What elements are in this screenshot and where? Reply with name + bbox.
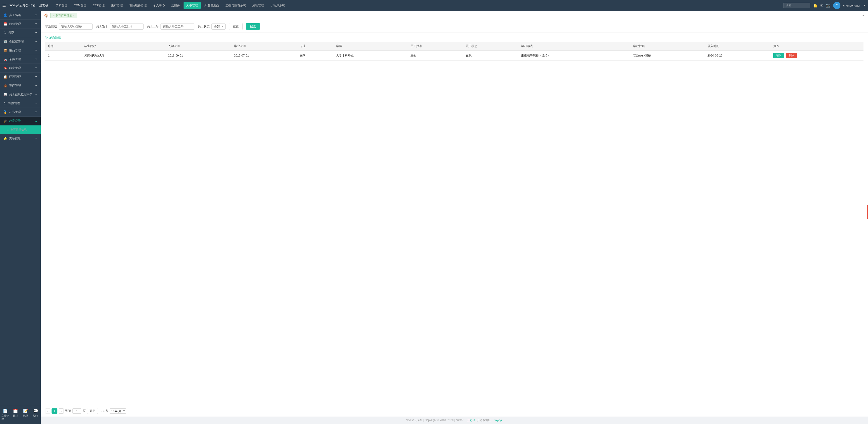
sidebar-bottom-calendar[interactable]: 📅 日程 [10, 407, 20, 422]
nav-monitor[interactable]: 监控与报表系统 [223, 2, 249, 9]
col-emp-name: 员工姓名 [408, 42, 463, 51]
license-icon: 📋 [3, 75, 7, 79]
username-label[interactable]: chendonggur [843, 4, 860, 7]
sidebar-label-attendance: 考勤 [8, 31, 14, 35]
nav-personal[interactable]: 个人中心 [150, 2, 167, 9]
nav-hr[interactable]: 人事管理 [184, 2, 201, 9]
sidebar-item-education-info[interactable]: ≡ 教育背景信息 [0, 125, 41, 134]
goto-page-input[interactable] [72, 408, 81, 414]
camera-icon[interactable]: 📷 [826, 3, 831, 8]
footer-skyeye-link[interactable]: skyeye [494, 419, 503, 422]
datadict-icon: 📖 [3, 93, 7, 96]
sidebar-item-vehicle[interactable]: 🚗 车辆管理 ▼ [0, 55, 41, 64]
sidebar-label-archive: 档案管理 [8, 101, 20, 105]
expand-icon[interactable]: ▼ [863, 4, 866, 7]
nav-workflow[interactable]: 流程管理 [250, 2, 267, 9]
sidebar-item-meeting[interactable]: 🏢 会议室管理 ▼ [0, 37, 41, 46]
arrow-icon-11: ▼ [35, 111, 37, 114]
nav-cloud[interactable]: 云服务 [168, 2, 183, 9]
main-layout: 👤 员工档案 ▼ 📅 日程管理 ▼ ⏱ 考勤 ▼ 🏢 会议室管理 ▼ 📦 用品管… [0, 11, 868, 424]
cell-action: 编辑 删除 [771, 51, 864, 61]
page-1-button[interactable]: 1 [52, 408, 57, 414]
sidebar-item-seal[interactable]: 🔖 印章管理 ▼ [0, 64, 41, 72]
certificate-icon: 🏅 [3, 110, 7, 114]
employee-name-input[interactable] [110, 24, 144, 30]
search-button[interactable]: 搜索 [246, 23, 260, 30]
sidebar-item-education[interactable]: 🎓 教育背景 ▲ [0, 117, 41, 125]
footer-text: skyeye云系列 | Copyright © 2018~2020 | auth… [406, 419, 466, 422]
next-page-button[interactable]: › [59, 408, 64, 414]
col-action: 操作 [771, 42, 864, 51]
filter-status: 员工状态 全部 在职 离职 试用 [198, 24, 225, 30]
cell-school-nature: 普通公办院校 [630, 51, 705, 61]
goto-confirm-button[interactable]: 确定 [87, 408, 98, 414]
sidebar-item-rewards[interactable]: ⭐ 奖惩信息 ▼ [0, 134, 41, 143]
nav-school[interactable]: 学校管理 [53, 2, 70, 9]
sidebar-item-archive[interactable]: 🗂 档案管理 ▼ [0, 99, 41, 108]
message-icon[interactable]: ✉ [820, 3, 823, 8]
nav-production[interactable]: 生产管理 [108, 2, 125, 9]
sidebar-label-supplies: 用品管理 [9, 49, 21, 53]
arrow-icon-5: ▼ [35, 58, 37, 61]
data-table: 序号 毕业院校 入学时间 毕业时间 专业 学历 员工姓名 员工状态 学习形式 学… [45, 42, 864, 61]
sidebar-item-asset[interactable]: 💼 资产管理 ▼ [0, 81, 41, 90]
sidebar-label-schedule: 日程管理 [9, 22, 21, 26]
sidebar-label-employee-archive: 员工档案 [9, 13, 21, 17]
breadcrumb-tag-icon: ≡ [53, 14, 55, 17]
sidebar-label-seal: 印章管理 [9, 66, 21, 70]
sidebar-item-datadict[interactable]: 📖 员工信息数据字典 ▼ [0, 90, 41, 99]
refresh-bar[interactable]: ↻ 刷新数据 [45, 35, 864, 39]
col-input-date: 录入时间 [705, 42, 771, 51]
sidebar-item-certificate[interactable]: 🏅 证书管理 ▼ [0, 108, 41, 117]
sidebar-label-vehicle: 车辆管理 [9, 57, 21, 61]
nav-miniapp[interactable]: 小程序系统 [268, 2, 288, 9]
sidebar-item-employee-archive[interactable]: 👤 员工档案 ▼ [0, 11, 41, 20]
notification-bell-icon[interactable]: 🔔 [813, 3, 817, 8]
cell-education: 大学本科毕业 [333, 51, 408, 61]
per-page-select[interactable]: 15条/页 20条/页 30条/页 50条/页 [110, 408, 126, 414]
prev-page-button[interactable]: ‹ [45, 408, 50, 414]
sidebar-bottom-forum[interactable]: 💬 论坛 [31, 407, 41, 422]
edit-button[interactable]: 编辑 [773, 53, 784, 58]
breadcrumb-tag-label: 教育背景信息 [56, 13, 72, 18]
schedule-icon: 📅 [3, 22, 7, 26]
sidebar-item-supplies[interactable]: 📦 用品管理 ▼ [0, 46, 41, 55]
arrow-icon-14: ▼ [35, 137, 37, 140]
refresh-label: 刷新数据 [49, 35, 61, 39]
footer-author-link[interactable]: 卫志强 [467, 419, 475, 422]
sidebar-bottom-files[interactable]: 📄 文件管理 [0, 407, 10, 422]
col-index: 序号 [45, 42, 82, 51]
calendar-icon: 📅 [13, 408, 18, 413]
reset-button[interactable]: 重置 [229, 23, 243, 30]
nav-items: 学校管理 CRM管理 ERP管理 生产管理 售后服务管理 个人中心 云服务 人事… [53, 2, 783, 9]
sidebar-label-education: 教育背景 [9, 119, 21, 123]
delete-button[interactable]: 删除 [786, 53, 797, 58]
sidebar-label-education-info: 教育背景信息 [10, 128, 27, 131]
home-icon[interactable]: 🏠 [44, 13, 49, 18]
arrow-icon-4: ▼ [35, 49, 37, 52]
status-select[interactable]: 全部 在职 离职 试用 [211, 24, 225, 30]
sidebar-item-license[interactable]: 📋 证照管理 ▼ [0, 72, 41, 81]
table-row: 1 河南省职业大学 2013-09-01 2017-07-01 医学 大学本科毕… [45, 51, 864, 61]
nav-developer[interactable]: 开发者桌面 [202, 2, 222, 9]
filter-employee-name: 员工姓名 [96, 24, 144, 30]
filter-area: 毕业院校 员工姓名 员工工号 员工状态 全部 在职 离职 试用 重置 [41, 20, 868, 33]
nav-erp[interactable]: ERP管理 [90, 2, 107, 9]
nav-aftersales[interactable]: 售后服务管理 [126, 2, 149, 9]
global-search-input[interactable] [783, 3, 810, 8]
arrow-icon-12: ▲ [35, 120, 37, 122]
page-unit: 页 [83, 409, 86, 413]
breadcrumb-expand-icon[interactable]: ▼ [862, 14, 865, 17]
total-label: 共 1 条 [99, 409, 108, 413]
menu-toggle-icon[interactable]: ☰ [2, 3, 6, 8]
sidebar-item-schedule[interactable]: 📅 日程管理 ▼ [0, 20, 41, 28]
sidebar-bottom-notes[interactable]: 📝 笔记 [20, 407, 31, 422]
graduation-school-input[interactable] [59, 24, 93, 30]
breadcrumb-close-icon[interactable]: × [73, 14, 74, 17]
employee-id-input[interactable] [160, 24, 194, 30]
sidebar-item-attendance[interactable]: ⏱ 考勤 ▼ [0, 28, 41, 37]
nav-crm[interactable]: CRM管理 [71, 2, 89, 9]
asset-icon: 💼 [3, 84, 7, 88]
avatar[interactable]: C [833, 2, 840, 9]
col-school: 毕业院校 [82, 42, 165, 51]
